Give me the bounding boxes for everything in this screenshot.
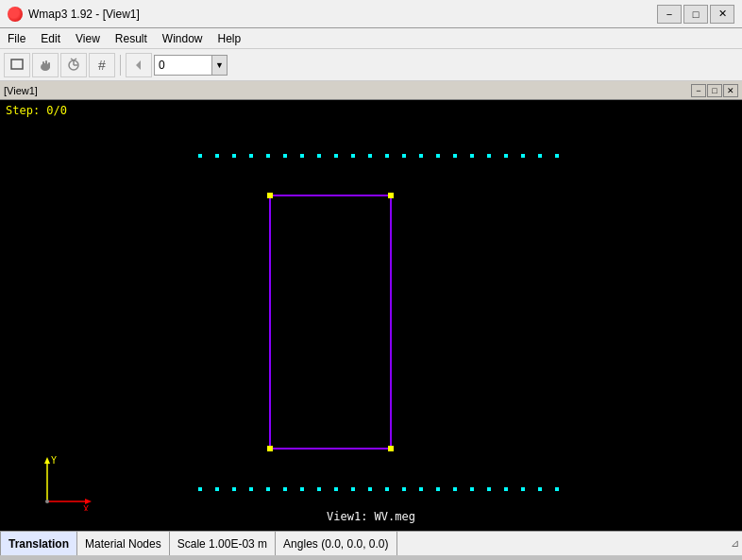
minimize-button[interactable]: −: [657, 5, 682, 24]
dot: [317, 487, 321, 491]
dot: [283, 487, 287, 491]
menu-edit[interactable]: Edit: [33, 30, 68, 47]
dot: [198, 487, 202, 491]
inner-title-text: [View1]: [4, 85, 38, 96]
dot: [385, 487, 389, 491]
dot: [232, 154, 236, 158]
dot: [487, 154, 491, 158]
axes: Y X: [28, 454, 104, 511]
svg-rect-4: [48, 62, 50, 68]
dot: [385, 154, 389, 158]
svg-rect-2: [42, 61, 44, 68]
dot: [521, 154, 525, 158]
menu-result[interactable]: Result: [108, 30, 155, 47]
dot: [538, 487, 542, 491]
close-button[interactable]: ✕: [710, 5, 734, 24]
maximize-button[interactable]: □: [683, 5, 708, 24]
dot: [487, 487, 491, 491]
dot: [521, 487, 525, 491]
dot: [504, 154, 508, 158]
inner-close-button[interactable]: ✕: [723, 84, 738, 97]
dot: [266, 487, 270, 491]
corner-tl: [267, 193, 273, 198]
inner-maximize-button[interactable]: □: [707, 84, 722, 97]
toolbar-separator: [120, 55, 121, 76]
dot: [351, 154, 355, 158]
dot: [453, 487, 457, 491]
dot: [215, 154, 219, 158]
dot: [538, 154, 542, 158]
dot: [470, 154, 474, 158]
step-dropdown-button[interactable]: ▼: [211, 56, 227, 75]
menu-help[interactable]: Help: [211, 30, 249, 47]
dot: [334, 154, 338, 158]
corner-br: [388, 446, 394, 451]
status-scale[interactable]: Scale 1.00E-03 m: [170, 532, 276, 555]
app-title: Wmap3 1.92 - [View1]: [28, 8, 657, 21]
inner-win-controls: − □ ✕: [691, 84, 738, 97]
rotate-tool-button[interactable]: [60, 53, 87, 77]
nav-back-button[interactable]: [126, 53, 152, 77]
title-bar: Wmap3 1.92 - [View1] − □ ✕: [0, 0, 742, 28]
dot: [504, 487, 508, 491]
dot: [470, 487, 474, 491]
dot: [453, 154, 457, 158]
dot: [334, 487, 338, 491]
hand-tool-button[interactable]: [32, 53, 59, 77]
dot: [402, 154, 406, 158]
menu-bar: File Edit View Result Window Help: [0, 28, 742, 49]
inner-restore-button[interactable]: −: [691, 84, 706, 97]
status-angles[interactable]: Angles (0.0, 0.0, 0.0): [276, 532, 396, 555]
step-label: Step: 0/0: [6, 104, 67, 117]
svg-line-8: [71, 59, 74, 60]
svg-rect-0: [11, 59, 23, 69]
dot: [555, 487, 559, 491]
dot: [436, 487, 440, 491]
menu-view[interactable]: View: [68, 30, 108, 47]
dot: [436, 154, 440, 158]
svg-point-17: [45, 500, 49, 503]
svg-marker-12: [44, 457, 50, 464]
svg-line-9: [74, 59, 76, 60]
hash-tool-button[interactable]: #: [89, 53, 115, 77]
dot: [249, 487, 253, 491]
menu-file[interactable]: File: [0, 30, 33, 47]
inner-title-bar: [View1] − □ ✕: [0, 81, 742, 100]
resize-grip-icon: ⊿: [727, 536, 742, 552]
dot: [266, 154, 270, 158]
select-tool-button[interactable]: [4, 53, 30, 77]
main-rectangle: [269, 195, 392, 450]
svg-marker-10: [136, 60, 141, 70]
step-input-wrap: ▼: [154, 55, 228, 76]
menu-window[interactable]: Window: [155, 30, 211, 47]
canvas-area: Step: 0/0: [0, 100, 742, 531]
dot: [283, 154, 287, 158]
view-label: View1: WV.meg: [0, 510, 742, 523]
svg-text:Y: Y: [51, 455, 57, 466]
dot: [300, 487, 304, 491]
corner-bl: [267, 446, 273, 451]
status-translation[interactable]: Translation: [0, 532, 77, 555]
toolbar: # ▼: [0, 49, 742, 81]
corner-tr: [388, 193, 394, 198]
status-material-nodes[interactable]: Material Nodes: [77, 532, 170, 555]
step-input[interactable]: [155, 56, 211, 75]
dot: [419, 487, 423, 491]
app-icon: [8, 7, 23, 22]
dot: [368, 487, 372, 491]
dot: [300, 154, 304, 158]
dot: [198, 154, 202, 158]
dot: [351, 487, 355, 491]
top-dot-row: [198, 154, 559, 158]
bottom-dot-row: [198, 487, 559, 491]
dot: [249, 154, 253, 158]
window-controls: − □ ✕: [657, 5, 734, 24]
dot: [555, 154, 559, 158]
dot: [232, 487, 236, 491]
dot: [419, 154, 423, 158]
status-bar: Translation Material Nodes Scale 1.00E-0…: [0, 531, 742, 555]
svg-rect-3: [45, 60, 47, 68]
dot: [317, 154, 321, 158]
dot: [402, 487, 406, 491]
dot: [215, 487, 219, 491]
